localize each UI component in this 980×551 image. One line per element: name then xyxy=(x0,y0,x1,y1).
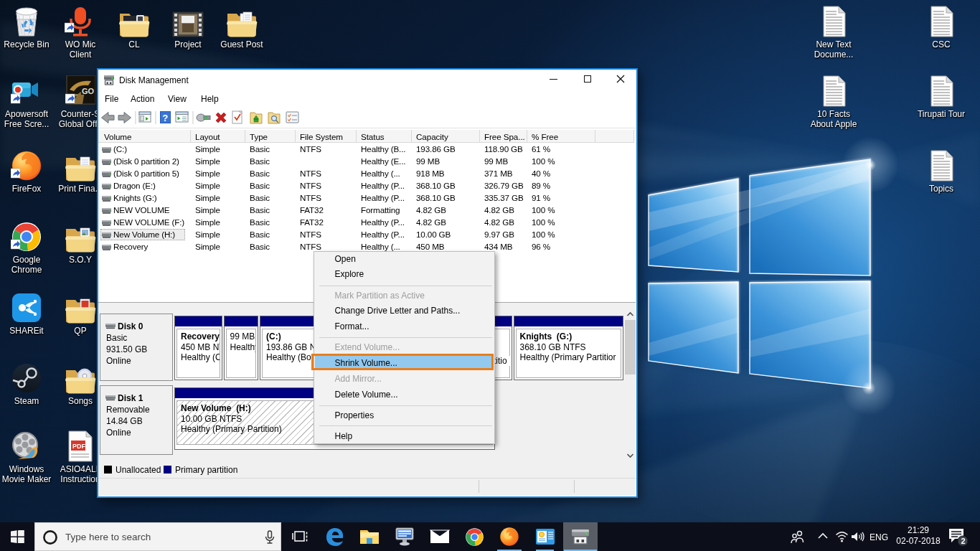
svg-text:GO: GO xyxy=(82,87,95,95)
svg-text:PDF: PDF xyxy=(72,443,86,450)
svg-text:?: ? xyxy=(162,113,168,123)
svg-text:2: 2 xyxy=(961,537,966,545)
